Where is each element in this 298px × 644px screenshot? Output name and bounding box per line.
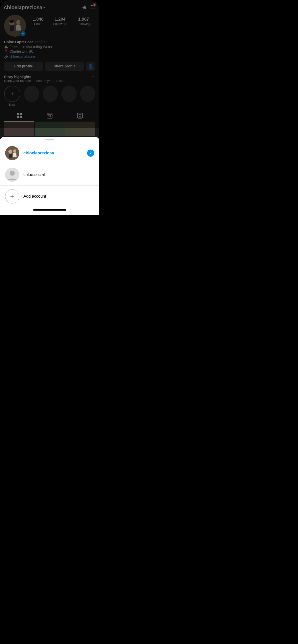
add-account-item[interactable]: Add account bbox=[0, 186, 99, 207]
svg-rect-18 bbox=[9, 154, 12, 158]
sheet-handle bbox=[45, 139, 54, 140]
check-icon: ✓ bbox=[89, 151, 92, 155]
svg-rect-16 bbox=[5, 146, 19, 160]
account-avatar-2 bbox=[5, 168, 19, 182]
add-account-label: Add account bbox=[23, 194, 94, 199]
svg-point-21 bbox=[10, 171, 15, 176]
account-username-active: chloelapreziosa bbox=[23, 151, 83, 155]
svg-point-19 bbox=[13, 149, 16, 153]
overlay bbox=[0, 0, 99, 128]
active-account-checkmark: ✓ bbox=[87, 150, 94, 157]
account-item-secondary[interactable]: chloe.social bbox=[0, 164, 99, 186]
home-indicator bbox=[33, 209, 66, 211]
add-account-circle bbox=[5, 189, 19, 203]
account-avatar-1 bbox=[5, 146, 19, 160]
account-switcher-sheet: chloelapreziosa ✓ chloe.social Add acco bbox=[0, 137, 99, 215]
account-item-active[interactable]: chloelapreziosa ✓ bbox=[0, 142, 99, 164]
account-username-secondary: chloe.social bbox=[23, 172, 94, 177]
svg-point-17 bbox=[8, 150, 12, 154]
